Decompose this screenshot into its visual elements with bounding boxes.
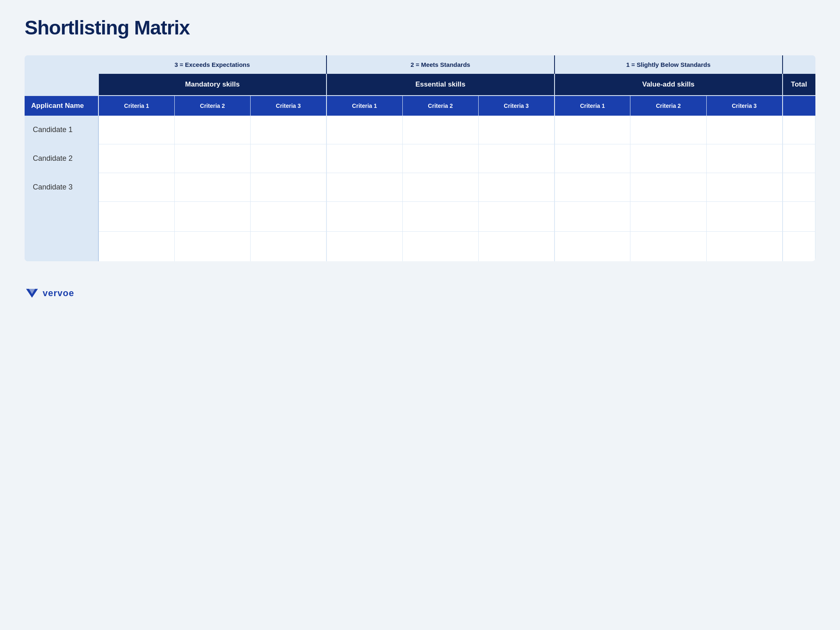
vervoe-logo-text: vervoe (43, 288, 74, 299)
e2-v2[interactable] (630, 232, 706, 262)
e2-m3[interactable] (251, 232, 326, 262)
c3-e3[interactable] (478, 173, 554, 202)
c3-v1[interactable] (555, 173, 630, 202)
empty-name-2 (25, 232, 98, 262)
c3-m1[interactable] (98, 173, 174, 202)
empty-row-1 (25, 202, 815, 232)
candidate-2-name: Candidate 2 (25, 144, 98, 173)
essential-criteria-3-header: Criteria 3 (478, 96, 554, 116)
c2-v1[interactable] (555, 144, 630, 173)
shortlisting-matrix: 3 = Exceeds Expectations 2 = Meets Stand… (25, 55, 815, 261)
c2-total (783, 144, 815, 173)
c1-e3[interactable] (478, 116, 554, 144)
c3-total (783, 173, 815, 202)
candidate-row-3: Candidate 3 (25, 173, 815, 202)
c1-m2[interactable] (174, 116, 250, 144)
c1-e1[interactable] (326, 116, 402, 144)
c2-m3[interactable] (251, 144, 326, 173)
essential-criteria-2-header: Criteria 2 (402, 96, 478, 116)
legend-total (783, 55, 815, 74)
essential-criteria-1-header: Criteria 1 (326, 96, 402, 116)
category-empty (25, 74, 98, 96)
c1-v2[interactable] (630, 116, 706, 144)
empty-row-2 (25, 232, 815, 262)
candidate-row-1: Candidate 1 (25, 116, 815, 144)
c2-m1[interactable] (98, 144, 174, 173)
valueadd-criteria-1-header: Criteria 1 (555, 96, 630, 116)
e2-e2[interactable] (402, 232, 478, 262)
category-essential: Essential skills (326, 74, 555, 96)
e1-e2[interactable] (402, 202, 478, 232)
legend-essential: 2 = Meets Standards (326, 55, 555, 74)
e2-m2[interactable] (174, 232, 250, 262)
c2-e2[interactable] (402, 144, 478, 173)
c1-v3[interactable] (706, 116, 782, 144)
e2-e3[interactable] (478, 232, 554, 262)
c1-m1[interactable] (98, 116, 174, 144)
mandatory-criteria-2-header: Criteria 2 (174, 96, 250, 116)
mandatory-criteria-3-header: Criteria 3 (251, 96, 326, 116)
c2-v2[interactable] (630, 144, 706, 173)
e2-v3[interactable] (706, 232, 782, 262)
empty-name-1 (25, 202, 98, 232)
c1-v1[interactable] (555, 116, 630, 144)
e1-e1[interactable] (326, 202, 402, 232)
total-header (783, 96, 815, 116)
category-mandatory: Mandatory skills (98, 74, 326, 96)
c3-e2[interactable] (402, 173, 478, 202)
legend-empty (25, 55, 98, 74)
e1-m2[interactable] (174, 202, 250, 232)
c2-e1[interactable] (326, 144, 402, 173)
category-valueadd: Value-add skills (555, 74, 783, 96)
c1-total (783, 116, 815, 144)
e1-total (783, 202, 815, 232)
candidate-row-2: Candidate 2 (25, 144, 815, 173)
vervoe-logo-icon (25, 286, 39, 301)
e2-m1[interactable] (98, 232, 174, 262)
c3-e1[interactable] (326, 173, 402, 202)
e1-v1[interactable] (555, 202, 630, 232)
e1-e3[interactable] (478, 202, 554, 232)
e1-m3[interactable] (251, 202, 326, 232)
e1-v2[interactable] (630, 202, 706, 232)
valueadd-criteria-3-header: Criteria 3 (706, 96, 782, 116)
mandatory-criteria-1-header: Criteria 1 (98, 96, 174, 116)
e1-m1[interactable] (98, 202, 174, 232)
c2-v3[interactable] (706, 144, 782, 173)
c3-m2[interactable] (174, 173, 250, 202)
legend-row: 3 = Exceeds Expectations 2 = Meets Stand… (25, 55, 815, 74)
category-total: Total (783, 74, 815, 96)
e2-v1[interactable] (555, 232, 630, 262)
c3-v2[interactable] (630, 173, 706, 202)
candidate-1-name: Candidate 1 (25, 116, 98, 144)
valueadd-criteria-2-header: Criteria 2 (630, 96, 706, 116)
candidate-3-name: Candidate 3 (25, 173, 98, 202)
logo-area: vervoe (25, 286, 815, 301)
c2-e3[interactable] (478, 144, 554, 173)
header-row: Applicant Name Criteria 1 Criteria 2 Cri… (25, 96, 815, 116)
c2-m2[interactable] (174, 144, 250, 173)
page-title: Shortlisting Matrix (25, 16, 815, 39)
c3-m3[interactable] (251, 173, 326, 202)
legend-mandatory: 3 = Exceeds Expectations (98, 55, 326, 74)
e1-v3[interactable] (706, 202, 782, 232)
legend-valueadd: 1 = Slightly Below Standards (555, 55, 783, 74)
e2-total (783, 232, 815, 262)
c3-v3[interactable] (706, 173, 782, 202)
e2-e1[interactable] (326, 232, 402, 262)
c1-e2[interactable] (402, 116, 478, 144)
applicant-name-header: Applicant Name (25, 96, 98, 116)
category-row: Mandatory skills Essential skills Value-… (25, 74, 815, 96)
c1-m3[interactable] (251, 116, 326, 144)
